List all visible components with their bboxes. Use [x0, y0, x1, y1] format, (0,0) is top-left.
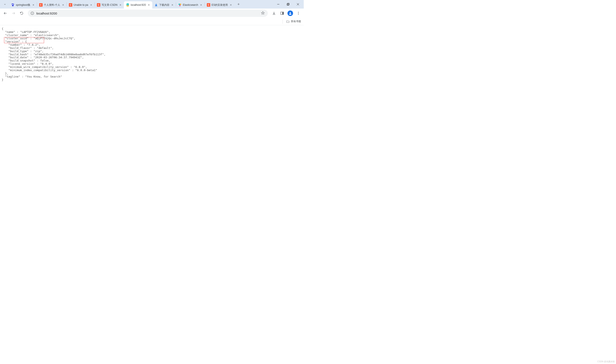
close-icon[interactable]: × [61, 3, 65, 7]
chevron-down-icon [3, 3, 6, 6]
close-icon[interactable]: × [171, 3, 174, 7]
forward-button[interactable] [10, 10, 17, 17]
tab-localhost[interactable]: localhost:920 × [124, 1, 152, 9]
browser-chrome: springboot集 × C 个人资料-个人 × C Unable to pa… [0, 0, 304, 18]
tab-title: Elasticsearch [183, 3, 198, 6]
kebab-menu-icon [296, 11, 300, 15]
elastic-icon [178, 3, 182, 7]
tab-title: localhost:920 [131, 3, 146, 6]
tab-es-install[interactable]: C ES的安装使用 × [205, 1, 234, 9]
tab-title: Unable to pa [74, 3, 88, 6]
close-icon[interactable]: × [199, 3, 203, 7]
svg-point-19 [290, 12, 291, 13]
panel-icon [280, 11, 284, 15]
svg-point-21 [298, 13, 299, 14]
tab-title: springboot集 [16, 3, 30, 7]
close-icon[interactable]: × [147, 3, 151, 7]
arrow-left-icon [3, 11, 7, 15]
folder-icon [286, 20, 290, 23]
bookmark-star-icon[interactable] [261, 11, 265, 15]
csdn-icon: C [39, 3, 42, 7]
svg-rect-9 [287, 4, 289, 5]
svg-point-7 [179, 5, 180, 6]
tab-title: 个人资料-个人 [44, 3, 60, 7]
tab-springboot[interactable]: springboot集 × [9, 1, 37, 9]
csdn-icon: C [69, 3, 72, 7]
reload-button[interactable] [18, 10, 25, 17]
svg-point-0 [12, 4, 13, 4]
svg-point-20 [298, 12, 299, 13]
all-bookmarks-label: 所有书签 [291, 20, 301, 23]
close-icon[interactable]: × [89, 3, 93, 7]
side-panel-button[interactable] [278, 10, 286, 17]
tab-downloads[interactable]: 下载内容 × [152, 1, 176, 9]
svg-point-5 [178, 4, 180, 5]
tab-elastic[interactable]: Elasticsearch × [176, 1, 205, 9]
close-icon[interactable]: × [32, 3, 35, 7]
downloads-button[interactable] [270, 10, 278, 17]
svg-point-6 [180, 4, 181, 5]
arrow-right-icon [12, 11, 15, 15]
toolbar: localhost:9200 [0, 9, 304, 18]
back-button[interactable] [2, 10, 9, 17]
url-text: localhost:9200 [36, 12, 259, 15]
svg-point-22 [298, 14, 299, 15]
address-bar[interactable]: localhost:9200 [28, 10, 268, 17]
close-icon[interactable]: × [119, 3, 122, 7]
baidu-icon [11, 3, 14, 7]
reload-icon [20, 11, 24, 15]
tab-strip: springboot集 × C 个人资料-个人 × C Unable to pa… [0, 0, 304, 9]
tab-title: ES的安装使用 [212, 3, 228, 7]
svg-rect-4 [126, 4, 129, 5]
bookmarks-bar: 所有书签 [0, 18, 304, 25]
avatar-icon [287, 11, 293, 16]
download-icon [272, 11, 276, 15]
page-content: { "name" : "LAPTOP-FF2V6AUV", "cluster_n… [0, 25, 304, 84]
csdn-icon: C [97, 3, 100, 7]
all-bookmarks-button[interactable]: 所有书签 [286, 20, 301, 23]
elasticsearch-icon [126, 3, 129, 7]
close-window-button[interactable] [293, 0, 303, 9]
tab-title: 写文章-CSDN [102, 3, 117, 7]
svg-rect-10 [287, 3, 289, 5]
svg-rect-18 [283, 12, 284, 14]
download-icon [154, 3, 158, 7]
close-icon[interactable]: × [229, 3, 233, 7]
window-controls [273, 0, 303, 9]
menu-button[interactable] [295, 10, 302, 17]
bookmarks-separator [283, 19, 283, 24]
tab-search-button[interactable] [2, 1, 8, 7]
site-info-icon[interactable] [30, 11, 34, 15]
svg-point-1 [13, 3, 13, 4]
minimize-button[interactable] [273, 0, 283, 9]
tab-unable[interactable]: C Unable to pa × [67, 1, 95, 9]
json-response: { "name" : "LAPTOP-FF2V6AUV", "cluster_n… [2, 27, 302, 82]
new-tab-button[interactable]: + [235, 1, 242, 7]
svg-point-3 [12, 5, 14, 6]
maximize-button[interactable] [283, 0, 293, 9]
tab-title: 下载内容 [159, 3, 169, 7]
csdn-icon: C [207, 3, 210, 7]
tab-profile[interactable]: C 个人资料-个人 × [37, 1, 67, 9]
tab-write[interactable]: C 写文章-CSDN × [95, 1, 124, 9]
profile-button[interactable] [287, 10, 294, 17]
svg-point-2 [13, 4, 14, 5]
